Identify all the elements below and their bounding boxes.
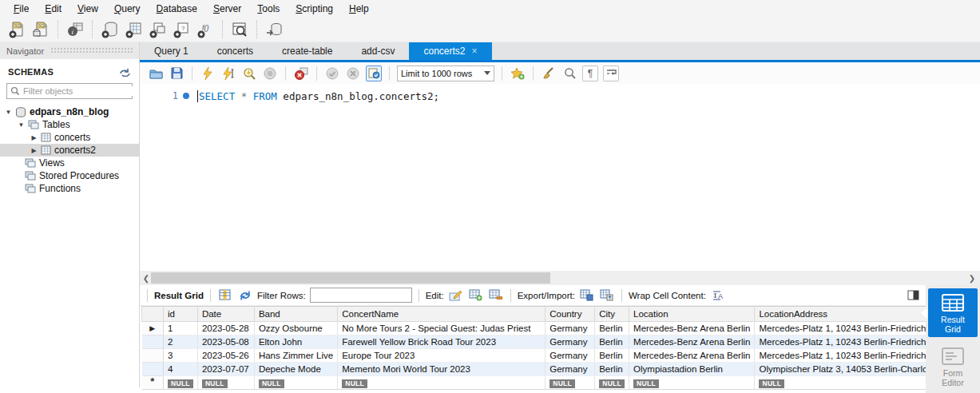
result-grid-view-button[interactable]: Result Grid [928, 288, 978, 337]
tab-concerts2-active[interactable]: concerts2 × [409, 42, 491, 60]
menu-edit[interactable]: Edit [38, 1, 69, 17]
menu-scripting[interactable]: Scripting [288, 1, 340, 17]
cell[interactable]: 3 [164, 349, 198, 363]
create-view-icon[interactable] [147, 19, 168, 40]
cell[interactable]: Olympiastadion Berlin [629, 363, 755, 376]
refresh-schemas-icon[interactable] [119, 67, 131, 77]
col-header-date[interactable]: Date [197, 307, 254, 322]
sql-code-editor[interactable]: 1 SELECT * FROM edpars_n8n_blog.concerts… [140, 89, 980, 271]
edit-record-icon[interactable] [448, 288, 464, 304]
tree-table-concerts2[interactable]: ▶ concerts2 [0, 144, 139, 157]
table-row[interactable]: 2 2023-05-08 Elton John Farewell Yellow … [142, 335, 966, 349]
col-header-id[interactable]: id [164, 307, 198, 322]
create-procedure-icon[interactable]: ? [171, 19, 192, 40]
menu-file[interactable]: File [6, 1, 36, 17]
new-row-marker-icon[interactable]: * [142, 376, 164, 390]
open-file-icon[interactable] [148, 66, 164, 81]
limit-rows-dropdown[interactable]: Limit to 1000 rows [397, 66, 494, 81]
tree-views-group[interactable]: Views [0, 157, 139, 169]
create-table-icon[interactable] [123, 19, 144, 40]
cell[interactable]: Farewell Yellow Brick Road Tour 2023 [338, 335, 546, 349]
find-icon[interactable] [561, 66, 577, 81]
rollback-icon[interactable] [345, 66, 361, 81]
cell[interactable]: Elton John [254, 335, 337, 349]
menu-tools[interactable]: Tools [250, 1, 287, 17]
cell[interactable]: Mercedes-Benz Arena Berlin [629, 322, 755, 335]
close-tab-icon[interactable]: × [471, 46, 477, 57]
cell[interactable]: Berlin [595, 363, 629, 376]
cell[interactable]: Germany [546, 335, 595, 349]
grid-columns-icon[interactable] [217, 288, 233, 304]
create-function-icon[interactable]: f() [195, 19, 216, 40]
export-recordset-icon[interactable] [579, 288, 595, 304]
cell[interactable]: 2023-05-26 [197, 349, 254, 363]
cell-null[interactable]: NULL [546, 376, 595, 390]
cell[interactable]: No More Tours 2 - Special Guest: Judas P… [338, 322, 546, 335]
cell[interactable]: Berlin [595, 322, 629, 335]
cell[interactable]: 1 [164, 322, 198, 335]
cell-null[interactable]: NULL [197, 376, 254, 390]
row-selector[interactable] [142, 349, 164, 363]
row-selector[interactable] [142, 363, 164, 376]
cell[interactable]: Germany [546, 363, 595, 376]
collapsed-arrow-icon[interactable]: ▶ [30, 147, 38, 154]
row-selector[interactable] [142, 335, 164, 349]
commit-icon[interactable] [324, 66, 340, 81]
cell[interactable]: Berlin [595, 349, 629, 363]
table-row[interactable]: ▶ 1 2023-05-28 Ozzy Osbourne No More Tou… [142, 322, 966, 335]
stop-on-error-toggle-icon[interactable] [293, 66, 309, 81]
tab-add-csv[interactable]: add-csv [347, 42, 409, 60]
cell[interactable]: Ozzy Osbourne [254, 322, 337, 335]
collapse-panel-icon[interactable] [905, 288, 921, 304]
wrap-cell-content-icon[interactable]: A [710, 288, 726, 304]
cell[interactable]: Europe Tour 2023 [338, 349, 546, 363]
cell[interactable]: Memento Mori World Tour 2023 [338, 363, 546, 376]
cell[interactable]: Germany [546, 322, 595, 335]
new-row-placeholder[interactable]: * NULL NULL NULL NULL NULL NULL NULL NUL… [142, 376, 966, 390]
table-row[interactable]: 3 2023-05-26 Hans Zimmer Live Europe Tou… [142, 349, 966, 363]
execute-query-icon[interactable] [200, 66, 216, 81]
cell[interactable]: 4 [164, 363, 198, 376]
cell-null[interactable]: NULL [164, 376, 198, 390]
editor-horizontal-scrollbar[interactable]: ❮ ❯ [140, 271, 980, 285]
cell[interactable]: Depeche Mode [254, 363, 337, 376]
cell[interactable]: 2023-05-08 [197, 335, 254, 349]
collapsed-arrow-icon[interactable]: ▶ [30, 134, 38, 141]
tree-schema-edpars-n8n-blog[interactable]: ▼ edpars_n8n_blog [0, 105, 139, 118]
execute-current-statement-icon[interactable] [220, 66, 236, 81]
menu-server[interactable]: Server [206, 1, 248, 17]
cell-null[interactable]: NULL [629, 376, 755, 390]
menu-view[interactable]: View [70, 1, 105, 17]
autocommit-toggle-icon[interactable] [366, 66, 382, 81]
show-invisibles-icon[interactable]: ¶ [582, 66, 598, 81]
cell[interactable]: Hans Zimmer Live [254, 349, 337, 363]
cell[interactable]: 2 [164, 335, 198, 349]
col-header-band[interactable]: Band [254, 307, 337, 322]
cell[interactable]: 2023-07-07 [197, 363, 254, 376]
col-header-city[interactable]: City [595, 307, 629, 322]
cell[interactable]: 2023-05-28 [197, 322, 254, 335]
cell[interactable]: Germany [546, 349, 595, 363]
tree-table-concerts[interactable]: ▶ concerts [0, 131, 139, 144]
expand-arrow-icon[interactable]: ▼ [18, 121, 25, 129]
tab-concerts[interactable]: concerts [203, 42, 268, 60]
col-header-concertname[interactable]: ConcertName [338, 307, 546, 322]
wrap-text-icon[interactable] [603, 66, 619, 81]
save-snippet-icon[interactable] [510, 66, 526, 81]
expand-arrow-icon[interactable]: ▼ [5, 109, 12, 116]
cell-null[interactable]: NULL [254, 376, 337, 390]
tree-stored-procedures-group[interactable]: Stored Procedures [0, 169, 139, 182]
tab-create-table[interactable]: create-table [268, 42, 347, 60]
table-row[interactable]: 4 2023-07-07 Depeche Mode Memento Mori W… [142, 363, 966, 376]
cell[interactable]: Berlin [595, 335, 629, 349]
explain-plan-icon[interactable] [241, 66, 257, 81]
scroll-right-icon[interactable]: ❯ [966, 274, 978, 283]
form-editor-view-button[interactable]: Form Editor [928, 342, 978, 391]
save-file-icon[interactable] [169, 66, 184, 81]
search-data-icon[interactable] [229, 19, 250, 40]
create-schema-icon[interactable] [99, 19, 120, 40]
cell[interactable]: Mercedes-Benz Arena Berlin [629, 335, 755, 349]
insert-row-icon[interactable] [468, 288, 484, 304]
menu-help[interactable]: Help [342, 1, 376, 17]
beautify-query-icon[interactable] [541, 66, 557, 81]
